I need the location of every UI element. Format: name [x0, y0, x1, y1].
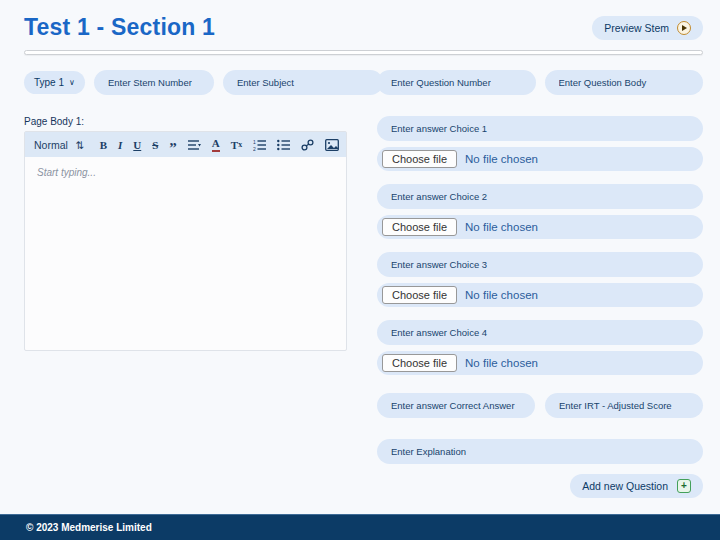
add-question-row: Add new Question +	[377, 474, 703, 498]
link-icon[interactable]	[301, 139, 314, 151]
plus-icon: +	[677, 479, 691, 493]
chevron-down-icon: ∨	[69, 78, 75, 87]
bold-button[interactable]: B	[100, 139, 107, 151]
explanation-row	[377, 439, 703, 464]
answer-choice-3-input[interactable]	[377, 252, 703, 277]
strikethrough-button[interactable]: S	[152, 139, 158, 151]
subject-input[interactable]	[223, 70, 383, 95]
svg-text:1: 1	[253, 139, 256, 145]
choice-2-choose-file-button[interactable]: Choose file	[382, 218, 457, 236]
choice-3-file-status: No file chosen	[465, 289, 538, 301]
page-body-label: Page Body 1:	[24, 116, 347, 127]
correct-answer-input[interactable]	[377, 393, 535, 418]
type-select-value: Type 1	[34, 77, 64, 88]
choice-3-choose-file-button[interactable]: Choose file	[382, 286, 457, 304]
stem-number-input[interactable]	[94, 70, 214, 95]
content-columns: Type 1 ∨ Page Body 1: Normal ⇅ B I U S	[24, 70, 703, 498]
play-icon	[677, 21, 691, 35]
question-column: Choose file No file chosen Choose file N…	[377, 70, 703, 498]
updown-icon: ⇅	[76, 139, 85, 151]
choice-4-file-status: No file chosen	[465, 357, 538, 369]
choice-group-4: Choose file No file chosen	[377, 320, 703, 375]
add-new-question-button[interactable]: Add new Question +	[570, 474, 703, 498]
header: Test 1 - Section 1 Preview Stem	[24, 0, 703, 41]
page-title: Test 1 - Section 1	[24, 14, 215, 41]
text-color-button[interactable]: A	[212, 137, 220, 152]
choice-group-2: Choose file No file chosen	[377, 184, 703, 239]
choice-1-file-row: Choose file No file chosen	[377, 147, 703, 171]
choice-group-3: Choose file No file chosen	[377, 252, 703, 307]
rich-text-editor: Normal ⇅ B I U S ” A Tx 12	[24, 131, 347, 351]
preview-stem-label: Preview Stem	[604, 22, 669, 34]
stem-column: Type 1 ∨ Page Body 1: Normal ⇅ B I U S	[24, 70, 347, 498]
stem-form-row: Type 1 ∨	[24, 70, 347, 95]
question-number-input[interactable]	[377, 70, 536, 95]
svg-text:2: 2	[253, 145, 256, 151]
align-icon[interactable]	[188, 139, 201, 151]
choice-2-file-row: Choose file No file chosen	[377, 215, 703, 239]
choice-3-file-row: Choose file No file chosen	[377, 283, 703, 307]
type-select[interactable]: Type 1 ∨	[24, 71, 85, 94]
italic-button[interactable]: I	[118, 139, 122, 151]
add-new-question-label: Add new Question	[582, 480, 668, 492]
choice-4-file-row: Choose file No file chosen	[377, 351, 703, 375]
editor-toolbar: Normal ⇅ B I U S ” A Tx 12	[25, 132, 346, 157]
choice-1-choose-file-button[interactable]: Choose file	[382, 150, 457, 168]
irt-score-input[interactable]	[545, 393, 703, 418]
blockquote-button[interactable]: ”	[169, 144, 177, 152]
question-body-input[interactable]	[545, 70, 704, 95]
choice-4-choose-file-button[interactable]: Choose file	[382, 354, 457, 372]
copyright-text: © 2023 Medmerise Limited	[26, 522, 152, 533]
progress-bar	[24, 50, 703, 55]
preview-stem-button[interactable]: Preview Stem	[592, 16, 703, 40]
underline-button[interactable]: U	[133, 139, 141, 151]
answer-choice-4-input[interactable]	[377, 320, 703, 345]
format-select[interactable]: Normal ⇅	[34, 139, 85, 151]
bullet-list-icon[interactable]	[277, 139, 290, 151]
footer: © 2023 Medmerise Limited	[0, 514, 720, 540]
choice-2-file-status: No file chosen	[465, 221, 538, 233]
ordered-list-icon[interactable]: 12	[253, 139, 266, 151]
explanation-input[interactable]	[377, 439, 703, 464]
clear-format-button[interactable]: Tx	[231, 139, 242, 151]
scoring-row	[377, 393, 703, 418]
format-select-value: Normal	[34, 139, 68, 151]
question-form-row	[377, 70, 703, 95]
choice-1-file-status: No file chosen	[465, 153, 538, 165]
answer-choice-2-input[interactable]	[377, 184, 703, 209]
choice-group-1: Choose file No file chosen	[377, 116, 703, 171]
answer-choice-1-input[interactable]	[377, 116, 703, 141]
editor-text-area[interactable]: Start typing...	[25, 157, 346, 352]
image-icon[interactable]	[325, 139, 339, 151]
page-container: Test 1 - Section 1 Preview Stem Type 1 ∨…	[0, 0, 720, 498]
